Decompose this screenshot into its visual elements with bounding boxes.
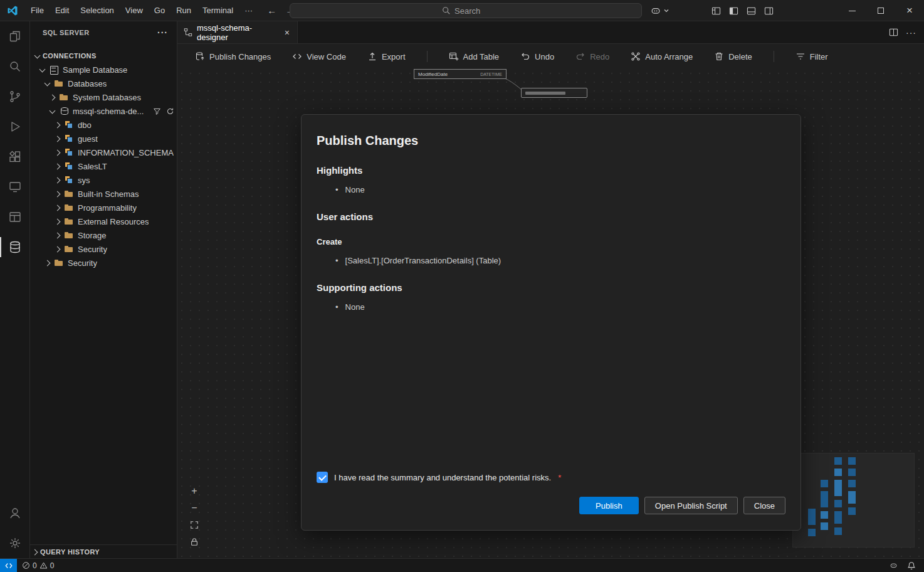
publish-button[interactable]: Publish xyxy=(579,497,639,514)
notifications-button[interactable] xyxy=(904,559,919,572)
customize-layout-icon[interactable] xyxy=(711,6,721,16)
tree-item-information-schema[interactable]: INFORMATION_SCHEMA xyxy=(30,146,177,159)
lock-button[interactable] xyxy=(189,536,200,548)
activity-remote-explorer[interactable] xyxy=(0,172,30,202)
tab-close-icon[interactable]: × xyxy=(282,27,292,38)
zoom-out-button[interactable]: − xyxy=(189,502,200,514)
open-publish-script-button[interactable]: Open Publish Script xyxy=(644,497,738,514)
close-window-button[interactable]: × xyxy=(895,0,924,21)
export-button[interactable]: Export xyxy=(367,51,406,61)
source-control-icon xyxy=(8,89,23,104)
minimap[interactable] xyxy=(793,453,914,547)
back-arrow-icon[interactable]: ← xyxy=(267,5,276,16)
activity-table-explorer[interactable] xyxy=(0,202,30,232)
auto-arrange-button[interactable]: Auto Arrange xyxy=(631,51,693,61)
tree-item-storage[interactable]: Storage xyxy=(30,228,177,242)
tree-item-external-resources[interactable]: External Resources xyxy=(30,214,177,228)
filter-button[interactable]: Filter xyxy=(795,51,828,61)
copilot-icon xyxy=(649,3,662,18)
close-button[interactable]: Close xyxy=(743,497,785,514)
zoom-fit-button[interactable] xyxy=(189,519,200,531)
minimap-block xyxy=(821,511,828,519)
menu-view[interactable]: View xyxy=(120,3,149,18)
toggle-primary-sidebar-icon[interactable] xyxy=(729,6,738,16)
bell-icon xyxy=(907,561,916,570)
chevron-down-icon xyxy=(38,65,48,75)
copilot-status-button[interactable] xyxy=(886,559,901,572)
redo-button[interactable]: Redo xyxy=(575,51,609,61)
minimap-block xyxy=(808,529,816,536)
zoom-in-button[interactable]: + xyxy=(189,485,200,497)
sidebar-sql-server: SQL SERVER ··· CONNECTIONS Sample Databa… xyxy=(30,21,177,558)
settings-button[interactable] xyxy=(0,528,30,558)
auto-arrange-icon xyxy=(631,51,641,61)
activity-source-control[interactable] xyxy=(0,82,30,112)
publish-changes-dialog: Publish Changes Highlights None User act… xyxy=(301,114,801,531)
menu-overflow[interactable]: ··· xyxy=(239,3,258,18)
filter-icon[interactable] xyxy=(153,107,161,115)
menu-edit[interactable]: Edit xyxy=(50,3,75,18)
menu-terminal[interactable]: Terminal xyxy=(197,3,239,18)
tree-item-sys[interactable]: sys xyxy=(30,173,177,187)
publish-changes-button[interactable]: Publish Changes xyxy=(195,51,271,61)
menubar: File Edit Selection View Go Run Terminal… xyxy=(25,3,258,18)
minimap-block xyxy=(848,507,856,515)
toggle-panel-icon[interactable] xyxy=(747,6,756,16)
account-button[interactable] xyxy=(0,498,30,528)
editor-more-actions[interactable]: ··· xyxy=(906,28,916,38)
activity-sql-server[interactable] xyxy=(0,232,30,262)
tree-item-guest[interactable]: guest xyxy=(30,132,177,146)
table-node-fragment[interactable]: ModifiedDate DATETIME xyxy=(414,69,507,79)
extensions-icon xyxy=(8,149,23,164)
tree-item-dbo[interactable]: dbo xyxy=(30,118,177,132)
problems-indicator[interactable]: 0 0 xyxy=(17,559,59,572)
toggle-secondary-sidebar-icon[interactable] xyxy=(764,6,774,16)
activity-explorer[interactable] xyxy=(0,21,30,51)
copilot-menu[interactable] xyxy=(649,3,669,18)
dialog-buttons: Publish Open Publish Script Close xyxy=(317,497,785,514)
error-count: 0 xyxy=(33,561,37,570)
table-panel-icon xyxy=(8,209,23,225)
tab-mssql-schema-designer[interactable]: mssql-schema-designer × xyxy=(177,21,298,43)
tree-item-saleslt[interactable]: SalesLT xyxy=(30,159,177,173)
tree-item-security-server[interactable]: Security xyxy=(30,256,177,270)
menu-go[interactable]: Go xyxy=(149,3,171,18)
search-icon xyxy=(8,59,23,74)
tree-item-databases[interactable]: Databases xyxy=(30,77,177,90)
folder-icon xyxy=(59,92,69,102)
undo-button[interactable]: Undo xyxy=(520,51,554,61)
tree-item-system-databases[interactable]: System Databases xyxy=(30,90,177,104)
menu-run[interactable]: Run xyxy=(171,3,197,18)
add-table-button[interactable]: Add Table xyxy=(449,51,500,61)
maximize-button[interactable] xyxy=(866,0,895,21)
activity-search[interactable] xyxy=(0,51,30,82)
tree-item-security-db[interactable]: Security xyxy=(30,242,177,256)
table-node-fragment[interactable] xyxy=(521,88,587,98)
activity-extensions[interactable] xyxy=(0,142,30,172)
split-editor-icon[interactable] xyxy=(889,28,898,37)
query-history-section[interactable]: QUERY HISTORY xyxy=(30,544,177,558)
sidebar-more-actions[interactable]: ··· xyxy=(154,28,172,38)
menu-selection[interactable]: Selection xyxy=(75,3,119,18)
tree-section-connections[interactable]: CONNECTIONS xyxy=(30,49,177,63)
minimize-button[interactable] xyxy=(837,0,866,21)
activity-run-debug[interactable] xyxy=(0,112,30,142)
search-input[interactable] xyxy=(454,6,490,16)
risk-acknowledgement-row[interactable]: I have read the summary and understand t… xyxy=(317,472,785,483)
canvas-zoom-controls: + − xyxy=(189,485,200,548)
tree-item-programmability[interactable]: Programmability xyxy=(30,201,177,214)
delete-button[interactable]: Delete xyxy=(714,51,752,61)
export-icon xyxy=(367,51,377,61)
remote-indicator[interactable] xyxy=(0,559,17,572)
layout-controls xyxy=(711,0,774,21)
chevron-right-icon xyxy=(48,92,58,102)
command-search-box[interactable] xyxy=(290,3,642,18)
activity-bar-bottom xyxy=(0,498,30,558)
refresh-icon[interactable] xyxy=(166,107,174,115)
risk-checkbox[interactable] xyxy=(317,472,328,483)
tree-item-sample-database[interactable]: Sample Database xyxy=(30,63,177,77)
tree-item-mssql-schema-database[interactable]: mssql-schema-de... xyxy=(30,104,177,118)
view-code-button[interactable]: View Code xyxy=(292,51,346,61)
menu-file[interactable]: File xyxy=(25,3,50,18)
tree-item-built-in-schemas[interactable]: Built-in Schemas xyxy=(30,187,177,201)
